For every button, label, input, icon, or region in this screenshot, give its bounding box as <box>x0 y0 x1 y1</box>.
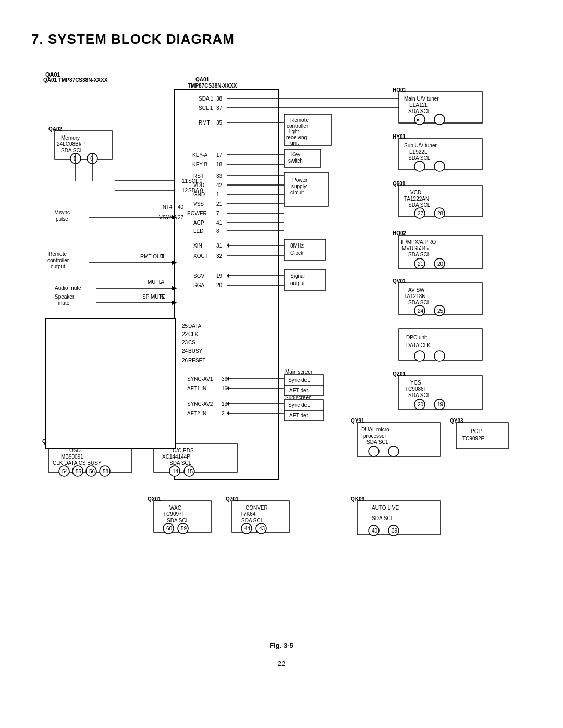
svg-text:26: 26 <box>182 357 188 363</box>
svg-text:SDA 0: SDA 0 <box>188 188 203 193</box>
svg-text:SCL 0: SCL 0 <box>188 178 203 184</box>
fig-label: Fig. 3-5 <box>31 641 532 649</box>
svg-text:32: 32 <box>216 253 223 259</box>
svg-text:EL922L: EL922L <box>409 149 427 155</box>
svg-text:42: 42 <box>216 182 223 188</box>
svg-text:54: 54 <box>62 468 68 474</box>
svg-text:37: 37 <box>216 105 223 111</box>
svg-text:21: 21 <box>418 261 424 267</box>
svg-text:AFT1 IN: AFT1 IN <box>187 386 206 391</box>
svg-text:VSYNC: VSYNC <box>159 215 177 220</box>
diagram: QA01 TMP87CS38N-XXXX Main U/V tuner ELA1… <box>34 63 529 636</box>
svg-text:39: 39 <box>391 528 398 534</box>
svg-text:25: 25 <box>182 323 188 329</box>
svg-text:AFT2 IN: AFT2 IN <box>187 411 206 416</box>
svg-text:BUSY: BUSY <box>188 348 203 354</box>
svg-text:T7K64: T7K64 <box>240 511 256 517</box>
svg-text:55: 55 <box>76 468 82 474</box>
svg-text:7: 7 <box>216 211 219 216</box>
svg-text:SYNC-AV2: SYNC-AV2 <box>187 401 213 407</box>
svg-text:AFT det.: AFT det. <box>289 388 309 393</box>
svg-text:20: 20 <box>216 282 223 288</box>
svg-text:QY03: QY03 <box>450 418 463 424</box>
svg-text:SDA SCL: SDA SCL <box>408 392 431 398</box>
svg-text:15: 15 <box>187 468 193 474</box>
svg-text:Signal: Signal <box>290 273 305 279</box>
svg-text:POP: POP <box>471 428 482 434</box>
svg-text:17: 17 <box>216 152 223 158</box>
svg-text:DPC  unit: DPC unit <box>406 335 427 340</box>
svg-text:SDA SCL: SDA SCL <box>366 439 389 445</box>
svg-text:XIN: XIN <box>193 243 202 249</box>
svg-point-17 <box>434 161 445 171</box>
svg-text:QA02: QA02 <box>48 126 63 132</box>
svg-text:QV01: QV01 <box>393 278 406 284</box>
svg-text:12: 12 <box>182 188 188 193</box>
svg-text:19: 19 <box>437 402 444 408</box>
svg-text:SP MUTE: SP MUTE <box>142 294 166 300</box>
svg-text:TA1218N: TA1218N <box>404 293 426 299</box>
svg-text:36: 36 <box>222 376 228 382</box>
svg-text:11: 11 <box>182 178 188 184</box>
svg-text:KEY-A: KEY-A <box>192 152 207 158</box>
page-number: 22 <box>31 660 532 668</box>
svg-text:supply: supply <box>291 183 307 189</box>
svg-text:mute: mute <box>58 300 70 306</box>
svg-text:DATA CLK: DATA CLK <box>406 342 431 348</box>
svg-text:circuit: circuit <box>290 190 304 195</box>
svg-text:40: 40 <box>372 528 378 534</box>
svg-text:HO02: HO02 <box>393 230 407 236</box>
svg-text:output: output <box>51 264 65 269</box>
svg-text:24: 24 <box>182 348 188 354</box>
svg-text:KEY-B: KEY-B <box>192 162 207 167</box>
svg-text:YCS: YCS <box>410 380 421 386</box>
svg-text:processor: processor <box>363 433 387 439</box>
svg-text:5: 5 <box>74 156 77 162</box>
svg-text:TC9097F: TC9097F <box>163 511 185 517</box>
svg-text:SYNC-AV1: SYNC-AV1 <box>187 376 213 382</box>
svg-point-10 <box>434 114 445 125</box>
svg-text:AUTO  LIVE: AUTO LIVE <box>372 505 399 511</box>
svg-rect-219 <box>284 269 326 290</box>
svg-text:2: 2 <box>222 411 225 416</box>
svg-text:controller: controller <box>47 257 69 263</box>
svg-rect-271 <box>45 318 176 449</box>
svg-text:SDA  SCL: SDA SCL <box>241 517 264 523</box>
svg-text:switch: switch <box>288 158 303 164</box>
svg-rect-0 <box>175 89 279 480</box>
svg-text:Q701: Q701 <box>226 496 239 502</box>
svg-text:TA1222AN: TA1222AN <box>404 196 429 202</box>
svg-point-65 <box>388 446 399 456</box>
svg-text:QA01: QA01 <box>195 77 210 82</box>
cpu-model: QA01 TMP87CS38N-XXXX <box>43 77 107 84</box>
svg-text:Main  U/V tuner: Main U/V tuner <box>404 96 439 102</box>
svg-text:23: 23 <box>182 340 188 346</box>
svg-text:MUTE: MUTE <box>148 279 163 285</box>
svg-point-48 <box>414 351 425 361</box>
svg-text:SCL 1: SCL 1 <box>199 105 213 111</box>
svg-text:TMP87CS38N-XXXX: TMP87CS38N-XXXX <box>188 83 237 89</box>
svg-text:SDA SCL: SDA SCL <box>372 515 394 521</box>
svg-text:43: 43 <box>259 526 265 532</box>
svg-text:41: 41 <box>216 220 223 226</box>
svg-text:22: 22 <box>182 331 188 337</box>
svg-text:Power: Power <box>292 177 308 183</box>
svg-text:RESET: RESET <box>188 357 205 363</box>
svg-text:56: 56 <box>89 468 95 474</box>
svg-text:Key: Key <box>291 152 300 157</box>
svg-text:8: 8 <box>216 228 219 234</box>
svg-text:TC9092F: TC9092F <box>462 436 484 441</box>
svg-text:ACP: ACP <box>193 220 204 226</box>
svg-text:CLK: CLK <box>188 331 199 337</box>
svg-text:QX01: QX01 <box>148 496 161 502</box>
svg-text:XOUT: XOUT <box>193 253 208 259</box>
svg-text:20: 20 <box>437 261 444 267</box>
svg-text:14: 14 <box>173 468 179 474</box>
svg-point-49 <box>434 351 445 361</box>
svg-text:59: 59 <box>181 526 187 532</box>
svg-text:MB90091: MB90091 <box>61 454 83 460</box>
svg-text:RMT: RMT <box>199 120 210 126</box>
svg-text:RMT OUT: RMT OUT <box>140 254 164 260</box>
svg-text:HO01: HO01 <box>393 87 407 93</box>
svg-text:31: 31 <box>216 243 223 249</box>
